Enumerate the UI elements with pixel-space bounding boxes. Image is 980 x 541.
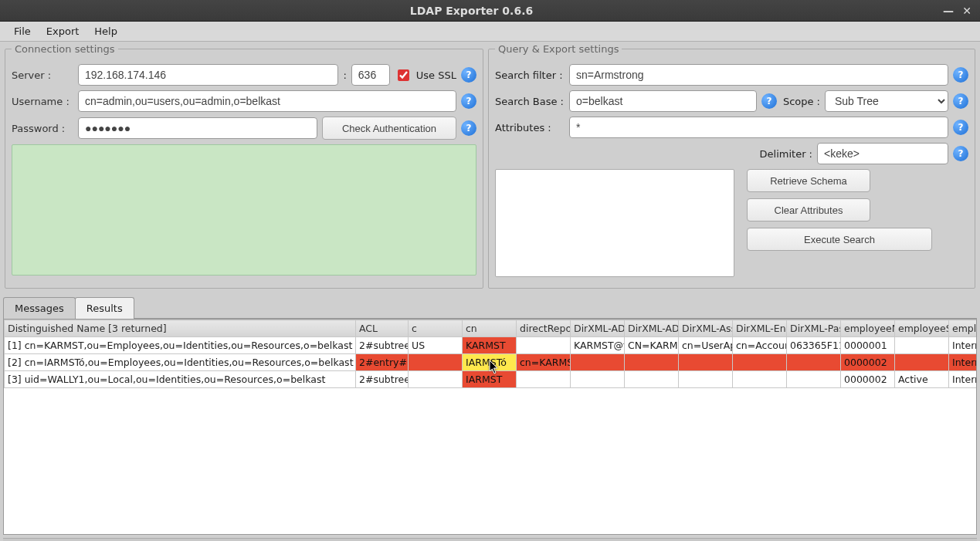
minimize-button[interactable]: — <box>943 5 954 16</box>
col-dirxml-pas[interactable]: DirXML-Pas <box>787 320 841 337</box>
cell[interactable] <box>571 354 625 371</box>
table-row[interactable]: [1] cn=KARMST,ou=Employees,ou=Identities… <box>5 337 978 354</box>
attributes-label: Attributes : <box>495 122 565 134</box>
retrieve-schema-button[interactable]: Retrieve Schema <box>747 169 870 192</box>
cell[interactable]: Intern <box>949 354 978 371</box>
cell[interactable]: IARMST <box>463 371 517 388</box>
results-table[interactable]: Distinguished Name [3 returned] ACL c cn… <box>4 320 977 388</box>
cell[interactable]: 0000001 <box>841 337 895 354</box>
col-cn[interactable]: cn <box>463 320 517 337</box>
search-base-input[interactable] <box>569 90 757 112</box>
cell[interactable]: 2#subtree# <box>356 371 409 388</box>
server-input[interactable] <box>78 64 338 86</box>
check-authentication-button[interactable]: Check Authentication <box>322 117 456 140</box>
attributes-input[interactable] <box>569 117 948 138</box>
table-header-row: Distinguished Name [3 returned] ACL c cn… <box>5 320 978 337</box>
clear-attributes-button[interactable]: Clear Attributes <box>747 198 870 221</box>
cell[interactable] <box>409 371 463 388</box>
cell[interactable]: 2#subtree# <box>356 337 409 354</box>
cell-dn[interactable]: [2] cn=IARMSTó,ou=Employees,ou=Identitie… <box>5 354 356 371</box>
help-icon[interactable]: ? <box>953 67 968 83</box>
cell-dn[interactable]: [1] cn=KARMST,ou=Employees,ou=Identities… <box>5 337 356 354</box>
password-input[interactable] <box>78 117 317 139</box>
help-icon[interactable]: ? <box>953 146 968 161</box>
help-icon[interactable]: ? <box>953 93 968 109</box>
help-icon[interactable]: ? <box>461 120 476 136</box>
help-icon[interactable]: ? <box>761 93 777 109</box>
query-export-legend: Query & Export settings <box>495 43 622 55</box>
cell[interactable] <box>625 371 679 388</box>
tab-messages[interactable]: Messages <box>3 297 76 319</box>
title-bar: LDAP Exporter 0.6.6 — ✕ <box>0 0 980 22</box>
menu-bar: File Export Help <box>0 22 980 42</box>
cell[interactable]: 0000002 <box>841 354 895 371</box>
cell[interactable] <box>895 337 949 354</box>
use-ssl-checkbox[interactable] <box>398 69 409 81</box>
col-employees[interactable]: employeeS <box>895 320 949 337</box>
col-dirxml-enti[interactable]: DirXML-Enti <box>733 320 787 337</box>
cell[interactable] <box>733 371 787 388</box>
username-label: Username : <box>12 96 73 107</box>
col-dirxml-ass[interactable]: DirXML-Ass <box>679 320 733 337</box>
help-icon[interactable]: ? <box>953 120 968 135</box>
cell[interactable]: Intern <box>949 371 978 388</box>
cell-dn[interactable]: [3] uid=WALLY1,ou=Local,ou=Identities,ou… <box>5 371 356 388</box>
cell[interactable]: cn=KARMST <box>517 354 571 371</box>
cell[interactable]: 0000002 <box>841 371 895 388</box>
cell[interactable] <box>571 371 625 388</box>
window-title: LDAP Exporter 0.6.6 <box>8 5 935 17</box>
cell[interactable] <box>409 354 463 371</box>
col-dirxml-ada[interactable]: DirXML-ADA <box>571 320 625 337</box>
col-emplo[interactable]: emplo <box>949 320 978 337</box>
username-input[interactable] <box>78 90 456 112</box>
cell[interactable] <box>787 354 841 371</box>
cell[interactable] <box>517 371 571 388</box>
menu-help[interactable]: Help <box>86 23 125 39</box>
cell[interactable]: Active <box>895 371 949 388</box>
execute-search-button[interactable]: Execute Search <box>747 228 932 251</box>
tab-results[interactable]: Results <box>75 297 134 319</box>
status-area <box>12 144 476 276</box>
attributes-list[interactable] <box>495 169 734 277</box>
col-employeen[interactable]: employeeN <box>841 320 895 337</box>
delimiter-label: Delimiter : <box>760 148 812 160</box>
cell[interactable] <box>733 354 787 371</box>
col-dn[interactable]: Distinguished Name [3 returned] <box>5 320 356 337</box>
menu-file[interactable]: File <box>6 23 39 39</box>
table-row[interactable]: [3] uid=WALLY1,ou=Local,ou=Identities,ou… <box>5 371 978 388</box>
col-directreports[interactable]: directRepor <box>517 320 571 337</box>
cell[interactable] <box>895 354 949 371</box>
cell[interactable]: 063365F11 <box>787 337 841 354</box>
port-input[interactable] <box>351 64 390 86</box>
table-row[interactable]: [2] cn=IARMSTó,ou=Employees,ou=Identitie… <box>5 354 978 371</box>
help-icon[interactable]: ? <box>461 67 476 83</box>
close-button[interactable]: ✕ <box>961 5 972 16</box>
cell[interactable]: KARMST <box>463 337 517 354</box>
menu-export[interactable]: Export <box>39 23 87 39</box>
cell[interactable] <box>679 354 733 371</box>
col-acl[interactable]: ACL <box>356 320 409 337</box>
status-bar <box>3 538 977 541</box>
cell[interactable]: CN=KARMS <box>625 337 679 354</box>
cell[interactable]: KARMST@t- <box>571 337 625 354</box>
search-filter-label: Search filter : <box>495 69 565 81</box>
port-separator: : <box>343 69 346 81</box>
cell[interactable]: cn=Accoun <box>733 337 787 354</box>
cell[interactable]: 2#entry#[F <box>356 354 409 371</box>
delimiter-input[interactable] <box>817 143 948 164</box>
help-icon[interactable]: ? <box>461 93 476 109</box>
cell[interactable] <box>517 337 571 354</box>
col-c[interactable]: c <box>409 320 463 337</box>
col-dirxml-adc[interactable]: DirXML-ADC <box>625 320 679 337</box>
cell[interactable]: Intern <box>949 337 978 354</box>
password-label: Password : <box>12 123 73 134</box>
search-filter-input[interactable] <box>569 64 948 86</box>
cell[interactable] <box>625 354 679 371</box>
scope-select[interactable]: Sub Tree <box>825 90 948 112</box>
cell[interactable] <box>787 371 841 388</box>
cell[interactable]: IARMSTó <box>463 354 517 371</box>
cell[interactable]: cn=UserAp <box>679 337 733 354</box>
cell[interactable]: US <box>409 337 463 354</box>
cell[interactable] <box>679 371 733 388</box>
query-export-group: Query & Export settings Search filter : … <box>488 43 975 289</box>
